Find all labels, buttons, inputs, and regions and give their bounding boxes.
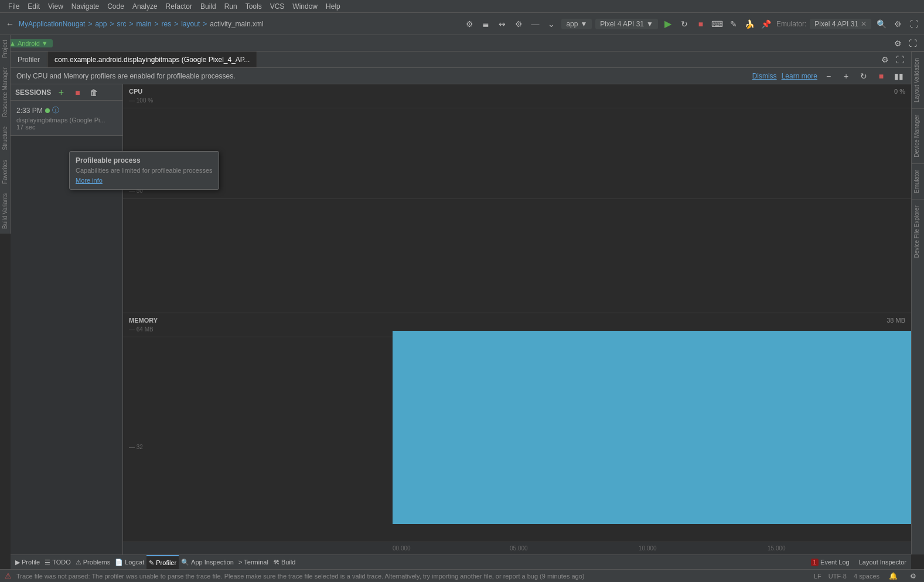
android-label: Android <box>18 40 40 47</box>
app-selector-label: app <box>566 20 578 28</box>
notify-minus-icon[interactable]: − <box>822 70 835 83</box>
profiler-tool[interactable]: ✎ Profiler <box>146 555 179 569</box>
gear-icon[interactable]: ⚙ <box>891 18 904 30</box>
menu-code[interactable]: Code <box>104 1 128 12</box>
menu-file[interactable]: File <box>5 1 23 12</box>
build-icon: 🛠 <box>273 559 279 566</box>
add-session-button[interactable]: + <box>54 86 67 99</box>
notify-pause-icon[interactable]: ▮▮ <box>892 70 905 83</box>
layout-inspector-tool[interactable]: Layout Inspector <box>857 559 909 566</box>
problems-icon: ⚠ <box>76 559 81 566</box>
menu-refactor[interactable]: Refactor <box>162 1 196 12</box>
android-toolbar-right: ⚙ ⛶ <box>891 37 919 50</box>
tooltip-body: Capabilities are limited for profileable… <box>76 167 213 174</box>
android-badge[interactable]: ▲ Android ▼ <box>5 39 53 47</box>
breadcrumb-module[interactable]: app <box>95 20 107 28</box>
menu-tools[interactable]: Tools <box>242 1 265 12</box>
logcat-tool[interactable]: 📄 Logcat <box>112 555 146 569</box>
learn-more-link[interactable]: Learn more <box>782 72 817 80</box>
charts-area: CPU 0 % — 100 % — 50 MEMORY 38 MB — 64 M… <box>123 84 911 554</box>
stop-button[interactable]: ■ <box>694 18 707 30</box>
delete-session-button[interactable]: 🗑 <box>87 86 100 99</box>
android-settings-icon[interactable]: ⚙ <box>891 37 904 50</box>
profiler-settings-icon[interactable]: ⚙ <box>878 53 891 66</box>
encoding-label[interactable]: UTF-8 <box>828 573 847 580</box>
structure-tab[interactable]: Structure <box>1 122 9 155</box>
menu-edit[interactable]: Edit <box>24 1 43 12</box>
device-file-explorer-tab[interactable]: Device File Explorer <box>912 199 924 263</box>
back-button[interactable]: ← <box>4 18 16 30</box>
search-icon[interactable]: 🔍 <box>875 18 888 30</box>
run-button[interactable]: ▶ <box>662 18 674 30</box>
status-settings-icon[interactable]: ⚙ <box>906 570 919 583</box>
emulator-tab[interactable]: Emulator <box>912 163 924 199</box>
profiler-maximize-icon[interactable]: ⛶ <box>894 53 906 66</box>
profile-icon[interactable]: ✎ <box>727 18 740 30</box>
layout-validation-tab[interactable]: Layout Validation <box>912 52 924 108</box>
menu-navigate[interactable]: Navigate <box>68 1 103 12</box>
dismiss-link[interactable]: Dismiss <box>752 72 777 80</box>
debug-icon[interactable]: 🍌 <box>744 18 756 30</box>
menu-vcs[interactable]: VCS <box>267 1 288 12</box>
build-tool[interactable]: 🛠 Build <box>271 555 298 569</box>
align-icon[interactable]: ≣ <box>479 18 492 30</box>
terminal-tool[interactable]: > Terminal <box>236 555 271 569</box>
lf-label[interactable]: LF <box>814 573 821 580</box>
favorites-tab[interactable]: Favorites <box>1 155 9 189</box>
close-emulator-icon[interactable]: ✕ <box>861 20 867 28</box>
app-selector[interactable]: app ▼ <box>561 19 592 29</box>
attach-icon[interactable]: 📌 <box>760 18 773 30</box>
build-label: Build <box>281 559 295 566</box>
problems-tool[interactable]: ⚠ Problems <box>73 555 112 569</box>
profiler-tab-settings: ⚙ ⛶ <box>878 53 911 66</box>
breadcrumb-main[interactable]: main <box>136 20 151 28</box>
todo-tool[interactable]: ☰ TODO <box>42 555 73 569</box>
dash-icon[interactable]: — <box>529 18 541 30</box>
menu-build[interactable]: Build <box>197 1 220 12</box>
chevron-down-icon[interactable]: ⌄ <box>545 18 558 30</box>
menu-view[interactable]: View <box>45 1 67 12</box>
diff-icon[interactable]: ↭ <box>496 18 509 30</box>
stop-session-button[interactable]: ■ <box>71 86 84 99</box>
event-log-tool[interactable]: 1 Event Log <box>809 559 852 566</box>
notify-sync-icon[interactable]: ↻ <box>857 70 870 83</box>
device-manager-tab[interactable]: Device Manager <box>912 108 924 163</box>
build-icon[interactable]: ⌨ <box>711 18 724 30</box>
breadcrumb-src[interactable]: src <box>117 20 126 28</box>
profiler-label: Profiler <box>156 559 176 566</box>
notify-stop-icon[interactable]: ■ <box>875 70 888 83</box>
menu-help[interactable]: Help <box>322 1 344 12</box>
menu-window[interactable]: Window <box>289 1 321 12</box>
device-selector[interactable]: Pixel 4 API 31 ▼ <box>595 19 658 29</box>
indent-label[interactable]: 4 spaces <box>854 573 879 580</box>
breadcrumb-app[interactable]: MyApplicationNougat <box>19 20 85 28</box>
breadcrumb-res[interactable]: res <box>162 20 172 28</box>
maximize-icon[interactable]: ⛶ <box>908 18 920 30</box>
build-variants-tab[interactable]: Build Variants <box>1 189 9 234</box>
config-icon[interactable]: ⚙ <box>463 18 476 30</box>
session-info-icon[interactable]: ⓘ <box>52 105 59 115</box>
tooltip-popup: Profileable process Capabilities are lim… <box>69 151 219 190</box>
resource-manager-tab[interactable]: Resource Manager <box>1 63 9 122</box>
notification-actions: Dismiss Learn more − + ↻ ■ ▮▮ <box>752 70 905 83</box>
settings-icon[interactable]: ⚙ <box>512 18 525 30</box>
breadcrumb-layout[interactable]: layout <box>181 20 200 28</box>
menu-run[interactable]: Run <box>221 1 241 12</box>
tooltip-more-link[interactable]: More info <box>76 177 103 184</box>
emulator-selector[interactable]: Pixel 4 API 31 ✕ <box>810 19 871 29</box>
notifications-icon[interactable]: 🔔 <box>887 570 899 583</box>
android-maximize-icon[interactable]: ⛶ <box>906 37 919 50</box>
logcat-icon: 📄 <box>115 559 123 566</box>
profiler-process-tab[interactable]: com.example.android.displayingbitmaps (G… <box>47 52 257 67</box>
status-bar: ⚠ Trace file was not parsed: The profile… <box>0 569 924 582</box>
app-inspection-tool[interactable]: 🔍 App Inspection <box>179 555 236 569</box>
project-tab[interactable]: Project <box>1 35 9 63</box>
profile-tool[interactable]: ▶ Profile <box>13 555 42 569</box>
menu-analyze[interactable]: Analyze <box>129 1 161 12</box>
profiler-tab[interactable]: Profiler <box>11 52 47 67</box>
tooltip-title: Profileable process <box>76 156 213 165</box>
breadcrumb-file[interactable]: activity_main.xml <box>210 20 263 28</box>
notify-plus-icon[interactable]: + <box>840 70 853 83</box>
refresh-button[interactable]: ↻ <box>678 18 691 30</box>
session-item[interactable]: 2:33 PM ⓘ displayingbitmaps (Google Pi..… <box>11 101 122 136</box>
